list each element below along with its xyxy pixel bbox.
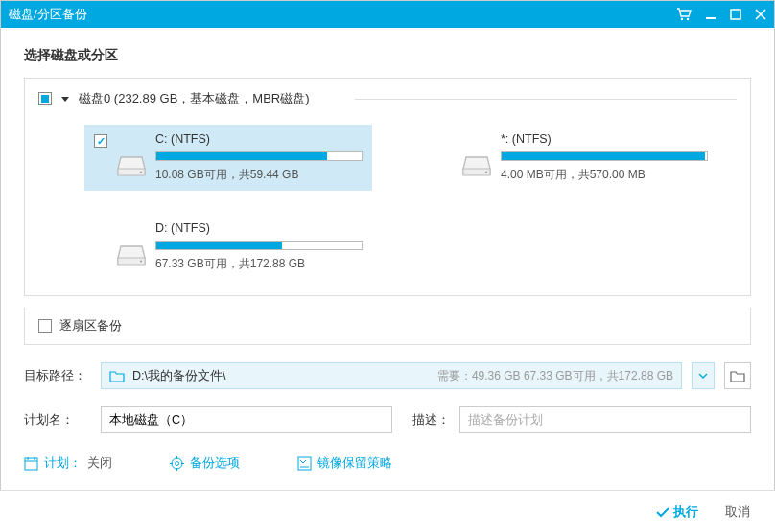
sector-backup-checkbox[interactable]: [38, 319, 52, 333]
window-buttons: [676, 8, 766, 21]
folder-icon: [109, 370, 125, 382]
disk-checkbox[interactable]: [38, 92, 52, 105]
sector-backup-label: 逐扇区备份: [59, 317, 122, 335]
plan-name-label: 计划名：: [24, 411, 91, 428]
usage-bar: [155, 151, 363, 161]
usage-text: 4.00 MB可用，共570.00 MB: [501, 167, 708, 183]
partition-name: C: (NTFS): [155, 132, 363, 146]
usage-bar: [501, 151, 708, 161]
drive-icon: [462, 132, 491, 183]
drive-icon: [117, 132, 146, 183]
svg-point-11: [172, 458, 182, 469]
path-dropdown-button[interactable]: [692, 362, 715, 389]
svg-point-12: [176, 461, 179, 465]
footer: 执行 取消: [0, 490, 775, 532]
links-row: 计划： 关闭 备份选项 镜像保留策略: [24, 451, 751, 472]
disk-header: 磁盘0 (232.89 GB，基本磁盘，MBR磁盘): [38, 90, 737, 107]
partition-item[interactable]: *: (NTFS) 4.00 MB可用，共570.00 MB: [430, 125, 717, 191]
schedule-state: 关闭: [87, 454, 112, 472]
sector-backup-row: 逐扇区备份: [24, 308, 751, 345]
options-label: 备份选项: [190, 454, 240, 472]
svg-rect-10: [25, 458, 37, 470]
maximize-icon[interactable]: [730, 9, 741, 20]
svg-rect-13: [298, 457, 311, 470]
backup-options-link[interactable]: 备份选项: [170, 454, 240, 472]
close-icon[interactable]: [755, 9, 766, 20]
partition-checkbox[interactable]: [94, 134, 107, 148]
disk-group: 磁盘0 (232.89 GB，基本磁盘，MBR磁盘) C: (NTFS) 10.…: [24, 78, 751, 296]
retention-link[interactable]: 镜像保留策略: [297, 454, 392, 472]
desc-label: 描述：: [402, 411, 450, 428]
execute-button[interactable]: 执行: [656, 503, 698, 520]
partition-item[interactable]: D: (NTFS) 67.33 GB可用，共172.88 GB: [84, 214, 372, 280]
partition-name: D: (NTFS): [155, 221, 363, 235]
minimize-icon[interactable]: [705, 9, 716, 20]
plan-row: 计划名： 描述：: [24, 406, 751, 433]
usage-text: 67.33 GB可用，共172.88 GB: [155, 256, 363, 272]
schedule-link[interactable]: 计划： 关闭: [24, 454, 112, 472]
disk-title: 磁盘0 (232.89 GB，基本磁盘，MBR磁盘): [79, 90, 316, 107]
partition-name: *: (NTFS): [501, 132, 708, 146]
window-title: 磁盘/分区备份: [9, 6, 676, 23]
svg-rect-3: [731, 10, 740, 19]
target-label: 目标路径：: [24, 367, 91, 384]
usage-bar: [155, 241, 363, 250]
target-path-text: D:\我的备份文件\: [132, 368, 430, 384]
usage-text: 10.08 GB可用，共59.44 GB: [155, 167, 363, 183]
drive-icon: [117, 221, 146, 272]
svg-point-7: [485, 171, 487, 173]
browse-button[interactable]: [724, 362, 751, 389]
cancel-button[interactable]: 取消: [725, 503, 750, 520]
svg-point-5: [140, 171, 142, 173]
svg-rect-2: [706, 17, 716, 19]
plan-name-input[interactable]: [101, 406, 392, 433]
svg-point-0: [681, 18, 683, 20]
svg-point-9: [140, 260, 142, 262]
svg-point-1: [687, 18, 689, 20]
section-label: 选择磁盘或分区: [24, 47, 751, 64]
collapse-icon[interactable]: [61, 97, 69, 102]
target-path-box[interactable]: D:\我的备份文件\ 需要：49.36 GB 67.33 GB可用，共172.8…: [101, 362, 682, 389]
cart-icon[interactable]: [676, 8, 692, 21]
titlebar: 磁盘/分区备份: [1, 1, 774, 28]
desc-input[interactable]: [459, 406, 751, 433]
target-path-row: 目标路径： D:\我的备份文件\ 需要：49.36 GB 67.33 GB可用，…: [24, 362, 751, 389]
retention-label: 镜像保留策略: [317, 454, 392, 472]
schedule-label: 计划：: [44, 454, 82, 472]
partition-item[interactable]: C: (NTFS) 10.08 GB可用，共59.44 GB: [84, 125, 372, 191]
target-need-text: 需要：49.36 GB 67.33 GB可用，共172.88 GB: [437, 368, 673, 384]
